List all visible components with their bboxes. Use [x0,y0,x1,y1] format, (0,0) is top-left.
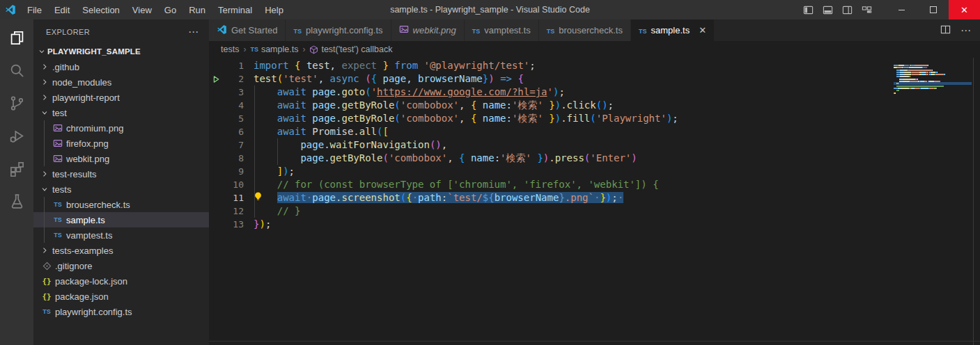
tree-item-node-modules[interactable]: node_modules [33,74,209,90]
activity-extensions[interactable] [0,153,33,186]
code-line-1[interactable]: 1import { test, expect } from '@playwrig… [209,59,980,72]
ts-icon: TS [547,25,555,35]
activity-source-control[interactable] [0,88,33,120]
menu-run[interactable]: Run [182,0,212,19]
tree-indent-guide [44,120,45,166]
code-line-12[interactable]: 12 // } [209,204,980,218]
glyph-margin [209,204,223,218]
line-number: 12 [223,204,244,218]
minimap-line [894,81,972,82]
tab-Get-Started[interactable]: Get Started [209,19,286,41]
code-text: await page.getByRole('combobox', { name:… [254,99,614,112]
code-text: await page.getByRole('combobox', { name:… [254,112,678,125]
code-line-6[interactable]: 6 await Promise.all([ [209,125,980,138]
tab-sample.ts[interactable]: TSsample.ts✕ [631,19,715,41]
tab-webkit.png[interactable]: webkit.png [391,19,465,41]
tree-item-test-results[interactable]: test-results [33,166,209,182]
activity-explorer[interactable] [0,22,33,55]
code-line-2[interactable]: 2test('test', async ({ page, browserName… [209,72,980,86]
menu-edit[interactable]: Edit [48,0,76,19]
code-line-13[interactable]: 13}); [209,218,980,231]
line-number: 10 [223,178,244,191]
code-line-11[interactable]: 11await·page.screenshot({·path:`test/${b… [209,191,980,204]
tab-vamptest.ts[interactable]: TSvamptest.ts [465,19,539,41]
code-line-3[interactable]: 3 await page.goto('https://www.google.co… [209,86,980,99]
code-line-10[interactable]: 10 // for (const browserType of ['chromi… [209,178,980,191]
workspace-root-folder[interactable]: PLAYWRIGHT_SAMPLE [33,44,209,59]
tree-item-webkit.png[interactable]: webkit.png [33,151,209,166]
chevron-right-icon [39,93,50,102]
run-test-icon[interactable] [209,72,223,86]
code-line-5[interactable]: 5 await page.getByRole('combobox', { nam… [209,112,980,125]
customize-layout-icon[interactable] [857,0,876,19]
activity-search[interactable] [0,55,33,88]
code-line-8[interactable]: 8 page.getByRole('combobox', { name:'検索'… [209,152,980,165]
breadcrumb-item[interactable]: tests [221,45,239,54]
lightbulb-icon[interactable] [254,191,277,204]
tree-item-test[interactable]: test [33,105,209,120]
toggle-panel-icon[interactable] [818,0,837,19]
minimap-line [894,60,972,61]
menu-view[interactable]: View [126,0,158,19]
maximize-button[interactable] [917,0,949,19]
title-bar: FileEditSelectionViewGoRunTerminalHelp s… [0,0,980,19]
tree-item-tests[interactable]: tests [33,182,209,197]
tree-item-firefox.png[interactable]: firefox.png [33,136,209,151]
tab-brousercheck.ts[interactable]: TSbrousercheck.ts [539,19,631,41]
tree-item-brousercheck.ts[interactable]: TSbrousercheck.ts [33,197,209,212]
tree-item-.github[interactable]: .github [33,59,209,74]
editor-group: Get StartedTSplaywright.config.tswebkit.… [209,19,980,345]
activity-testing[interactable] [0,186,33,218]
scrollbar[interactable] [973,58,974,345]
glyph-margin [209,138,223,152]
more-actions-icon[interactable]: ⋯ [960,24,972,37]
tree-item-vamptest.ts[interactable]: TSvamptest.ts [33,227,209,243]
activity-run-and-debug[interactable] [0,120,33,153]
toggle-secondary-sidebar-icon[interactable] [837,0,857,19]
menu-terminal[interactable]: Terminal [212,0,258,19]
image-icon [399,24,409,36]
breadcrumb-label: sample.ts [261,45,299,54]
tree-item-playwright-report[interactable]: playwright-report [33,90,209,105]
code-line-4[interactable]: 4 await page.getByRole('combobox', { nam… [209,99,980,112]
tab-playwright.config.ts[interactable]: TSplaywright.config.ts [286,19,391,41]
tree-item-playwright.config.ts[interactable]: TSplaywright.config.ts [33,304,209,319]
minimap[interactable] [894,60,972,90]
tree-item-label: .github [52,62,79,72]
minimap-line [894,69,972,70]
vscode-icon [217,24,227,37]
tree-item-.gitignore[interactable]: .gitignore [33,258,209,273]
tree-item-sample.ts[interactable]: TSsample.ts [33,212,209,227]
menu-file[interactable]: File [21,0,48,19]
debug-icon [9,128,25,146]
tree-item-tests-examples[interactable]: tests-examples [33,243,209,258]
code-editor[interactable]: 1import { test, expect } from '@playwrig… [209,58,980,345]
toggle-primary-sidebar-icon[interactable] [798,0,818,19]
menu-go[interactable]: Go [158,0,182,19]
tree-item-package-lock.json[interactable]: {}package-lock.json [33,273,209,289]
file-tree: .githubnode_modulesplaywright-reporttest… [33,59,209,319]
line-number: 1 [223,59,244,72]
testing-icon [9,193,25,211]
close-button[interactable]: ✕ [949,0,980,19]
code-line-7[interactable]: 7 page.waitForNavigation(), [209,138,980,152]
ts-file-icon: TS [52,232,64,239]
breadcrumb-item[interactable]: TSsample.ts [250,45,298,54]
glyph-margin [209,178,223,191]
chevron-right-icon [39,78,50,86]
split-editor-icon[interactable] [940,24,951,37]
source-control-icon [9,95,25,113]
menu-help[interactable]: Help [258,0,290,19]
tree-item-package.json[interactable]: {}package.json [33,289,209,304]
code-line-9[interactable]: 9 ]); [209,165,980,178]
minimize-button[interactable] [886,0,917,19]
menu-selection[interactable]: Selection [76,0,125,19]
breadcrumb-item[interactable]: test('test') callback [309,45,392,54]
tree-item-label: webkit.png [66,154,109,164]
explorer-more-actions-icon[interactable]: ⋯ [188,26,199,38]
close-icon[interactable]: ✕ [699,25,706,35]
image-file-icon [52,123,64,133]
tree-item-chromium.png[interactable]: chromium.png [33,120,209,136]
code-text: await page.goto('https://www.google.com/… [254,86,565,99]
image-file-icon [52,154,64,163]
